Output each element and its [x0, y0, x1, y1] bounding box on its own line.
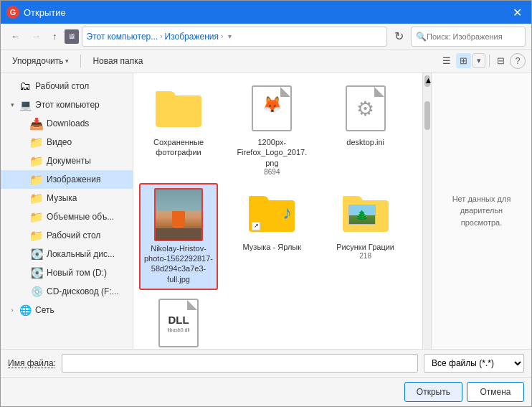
music-shortcut-icon: ♪ ↗ — [246, 187, 298, 239]
sidebar: 🗂 Рабочий стол ▾ 💻 Этот компьютер 📥 Down… — [1, 72, 133, 349]
file-name-saved-photos: Сохраненные фотографии — [142, 137, 215, 158]
scrollbar-thumb[interactable] — [424, 101, 430, 130]
sidebar-item-music[interactable]: 📁 Музыка — [1, 189, 133, 207]
sidebar-label-computer: Этот компьютер — [35, 100, 100, 110]
expand-cd — [18, 286, 29, 297]
disk-d-icon: 💽 — [29, 266, 44, 279]
sidebar-label-music: Музыка — [47, 193, 77, 203]
sidebar-item-docs[interactable]: 📁 Документы — [1, 151, 133, 170]
organize-label: Упорядочить — [12, 56, 63, 66]
sidebar-item-computer[interactable]: ▾ 💻 Этот компьютер — [1, 95, 133, 114]
sidebar-label-video: Видео — [47, 137, 72, 147]
view-large-button[interactable]: ▾ — [472, 53, 485, 68]
chrome-icon: G — [6, 6, 19, 19]
view-icons: ☰ ⊞ ▾ ⊟ ? — [439, 53, 526, 69]
breadcrumb[interactable]: Этот компьютер... › Изображения › ▾ — [82, 27, 388, 47]
scrollbar-up[interactable]: ▲ — [424, 75, 430, 87]
breadcrumb-sep-2: › — [221, 32, 223, 40]
cancel-button[interactable]: Отмена — [467, 382, 524, 402]
filename-label: Имя файла: — [8, 358, 56, 368]
sidebar-item-desktop[interactable]: 🗂 Рабочий стол — [1, 77, 133, 95]
dialog-window: G Открытие ✕ ← → ↑ 🖥 Этот компьютер... ›… — [0, 0, 532, 407]
view-sep — [489, 55, 490, 67]
sidebar-label-disk-c: Локальный дис... — [47, 249, 115, 259]
sidebar-item-network[interactable]: › 🌐 Сеть — [1, 301, 133, 319]
preview-panel: Нет данных для дварительн просмотра. — [431, 72, 531, 349]
sidebar-label-images: Изображения — [47, 174, 100, 184]
expand-music — [18, 192, 29, 204]
gear-file-icon: ⚙ — [340, 83, 391, 134]
sidebar-item-downloads[interactable]: 📥 Downloads — [1, 114, 133, 133]
file-item-music-shortcut[interactable]: ♪ ↗ Музыка - Ярлык — [232, 183, 311, 290]
content-and-preview: Сохраненные фотографии 🦊 1200px-Firefox_… — [133, 72, 531, 349]
filename-input[interactable] — [62, 354, 418, 373]
expand-disk-c — [18, 248, 29, 260]
nav-toolbar: ← → ↑ 🖥 Этот компьютер... › Изображения … — [1, 24, 531, 50]
images-folder-icon: 📁 — [29, 173, 44, 186]
open-button[interactable]: Открыть — [404, 382, 462, 402]
file-item-nikolay[interactable]: Nikolay-Hristov-photo-1562292817-58d294c… — [139, 183, 218, 290]
search-box: 🔍 — [411, 27, 526, 47]
main-area: 🗂 Рабочий стол ▾ 💻 Этот компьютер 📥 Down… — [1, 72, 531, 349]
sidebar-item-disk-c[interactable]: 💽 Локальный дис... — [1, 245, 133, 263]
expand-disk-d — [18, 267, 29, 279]
filename-bar: Имя файла: Все файлы (*.*) JPEG (*.jpg) … — [1, 349, 531, 377]
breadcrumb-dropdown[interactable]: ▾ — [228, 32, 232, 40]
computer-icon: 💻 — [18, 98, 32, 111]
sidebar-item-3d[interactable]: 📁 Объемные объ... — [1, 207, 133, 226]
sidebar-label-disk-d: Новый том (D:) — [47, 268, 107, 278]
firefox-png-icon: 🦊 — [246, 83, 298, 134]
sidebar-label-network: Сеть — [35, 305, 54, 315]
file-item-risunki[interactable]: 🌲 Рисунки Грации 218 — [326, 183, 405, 290]
file-name-firefox: 1200px-Firefox_Logo_2017.png — [235, 137, 308, 168]
new-folder-button[interactable]: Новая папка — [87, 54, 148, 68]
sidebar-item-images[interactable]: 📁 Изображения — [1, 170, 133, 189]
firefox-extra: 8694 — [264, 168, 280, 176]
filetype-select[interactable]: Все файлы (*.*) JPEG (*.jpg) PNG (*.png) — [424, 354, 524, 373]
view-list-button[interactable]: ☰ — [439, 53, 455, 68]
organize-button[interactable]: Упорядочить — [6, 54, 75, 68]
back-button[interactable]: ← — [6, 29, 24, 44]
docs-folder-icon: 📁 — [29, 154, 44, 167]
location-icon: 🖥 — [65, 29, 79, 44]
sidebar-label-cd: CD-дисковод (F:... — [47, 286, 119, 296]
help-button[interactable]: ? — [510, 53, 526, 69]
music-folder-icon: 📁 — [29, 192, 44, 205]
sidebar-label-desktop2: Рабочий стол — [47, 230, 100, 240]
breadcrumb-images[interactable]: Изображения — [165, 32, 219, 42]
view-grid-button[interactable]: ⊞ — [456, 53, 471, 68]
no-preview-text: Нет данных для дварительн просмотра. — [439, 193, 524, 229]
3d-folder-icon: 📁 — [29, 210, 44, 223]
file-item-saved-photos[interactable]: Сохраненные фотографии — [139, 78, 218, 180]
desktop2-folder-icon: 📁 — [29, 229, 44, 242]
file-item-firefox[interactable]: 🦊 1200px-Firefox_Logo_2017.png 8694 — [232, 78, 311, 180]
photo-icon — [153, 189, 204, 240]
refresh-button[interactable]: ↻ — [390, 27, 408, 45]
expand-3d — [18, 211, 29, 223]
breadcrumb-computer[interactable]: Этот компьютер... — [87, 32, 158, 42]
search-icon: 🔍 — [416, 32, 427, 42]
view-pane-button[interactable]: ⊟ — [493, 53, 508, 68]
forward-button[interactable]: → — [27, 29, 45, 44]
file-name-music-shortcut: Музыка - Ярлык — [243, 242, 302, 252]
file-item-dll[interactable]: DLL libusb0.dll Скачать libusb0 dll.png — [139, 293, 218, 349]
file-name-nikolay: Nikolay-Hristov-photo-1562292817-58d294c… — [143, 243, 214, 284]
sidebar-item-cd[interactable]: 💿 CD-дисковод (F:... — [1, 282, 133, 301]
sidebar-item-desktop2[interactable]: 📁 Рабочий стол — [1, 226, 133, 245]
search-input[interactable] — [427, 32, 521, 41]
action-bar: Упорядочить Новая папка ☰ ⊞ ▾ ⊟ ? — [1, 50, 531, 72]
expand-network: › — [6, 304, 18, 316]
cd-icon: 💿 — [29, 285, 44, 298]
new-folder-label: Новая папка — [92, 56, 143, 66]
action-buttons-row: Открыть Отмена — [1, 377, 531, 406]
up-button[interactable]: ↑ — [48, 29, 62, 44]
file-content: Сохраненные фотографии 🦊 1200px-Firefox_… — [133, 72, 422, 349]
sidebar-item-video[interactable]: 📁 Видео — [1, 133, 133, 151]
separator-1 — [80, 55, 81, 67]
folder-saved-photos-icon — [153, 83, 204, 134]
close-button[interactable]: ✕ — [508, 4, 526, 21]
scrollbar-track[interactable]: ▲ — [422, 72, 431, 349]
sidebar-item-disk-d[interactable]: 💽 Новый том (D:) — [1, 263, 133, 282]
file-name-risunki: Рисунки Грации — [336, 242, 394, 252]
file-item-desktop-ini[interactable]: ⚙ desktop.ini — [326, 78, 405, 180]
